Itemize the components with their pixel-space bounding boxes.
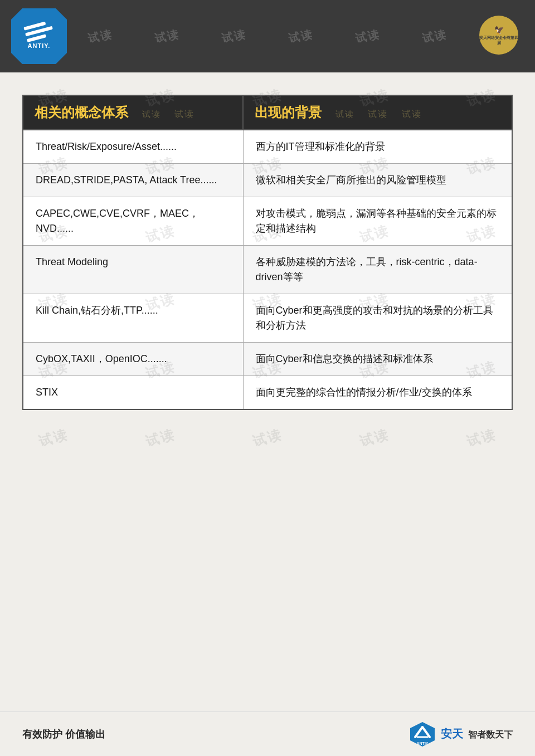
cell-left-1: DREAD,STRIDE,PASTA, Attack Tree...... [23,164,243,197]
table-row: CAPEC,CWE,CVE,CVRF，MAEC，NVD......对攻击模式，脆… [23,197,512,246]
cell-left-6: STIX [23,376,243,410]
cell-left-2: CAPEC,CWE,CVE,CVRF，MAEC，NVD...... [23,197,243,246]
col1-header: 相关的概念体系 试读 试读 [23,95,243,130]
cell-left-4: Kill Chain,钻石分析,TTP...... [23,294,243,343]
logo-stripes [23,20,55,42]
header-wm-3: 试读 [221,27,247,46]
top-right-circle: 🦅 安天网络安全令牌第四届 [479,16,518,55]
cell-left-3: Threat Modeling [23,246,243,294]
cell-right-6: 面向更完整的综合性的情报分析/作业/交换的体系 [243,376,512,410]
top-right-inner: 🦅 安天网络安全令牌第四届 [479,25,518,45]
top-right-logo: 🦅 安天网络安全令牌第四届 [471,8,527,64]
footer: 有效防护 价值输出 ANTIY 安天 智者数天下 [0,711,535,756]
cell-right-2: 对攻击模式，脆弱点，漏洞等各种基础的安全元素的标定和描述结构 [243,197,512,246]
cell-left-5: CybOX,TAXII，OpenIOC....... [23,343,243,376]
header-watermarks: 试读 试读 试读 试读 试读 试读 试读 [67,0,535,72]
header: ANTIY. 试读 试读 试读 试读 试读 试读 试读 🦅 安天网络安全令牌第四… [0,0,535,72]
header-wm-5: 试读 [354,27,381,46]
footer-brand: 安天 智者数天下 [441,729,513,740]
cell-right-0: 西方的IT管理和标准化的背景 [243,130,512,164]
main-content: 相关的概念体系 试读 试读 出现的背景 试读 试读 试读 Threat/Risk… [0,72,535,711]
table-row: Kill Chain,钻石分析,TTP......面向Cyber和更高强度的攻击… [23,294,512,343]
cell-left-0: Threat/Risk/Exposure/Asset...... [23,130,243,164]
header-wm-2: 试读 [154,27,181,46]
table-row: STIX面向更完整的综合性的情报分析/作业/交换的体系 [23,376,512,410]
cell-right-5: 面向Cyber和信息交换的描述和标准体系 [243,343,512,376]
svg-text:ANTIY: ANTIY [416,742,428,745]
footer-brand-text: 安天 智者数天下 [441,726,513,742]
logo-text: ANTIY. [28,42,51,49]
table-row: DREAD,STRIDE,PASTA, Attack Tree......微软和… [23,164,512,197]
footer-logo-icon: ANTIY [408,720,436,748]
table-header-row: 相关的概念体系 试读 试读 出现的背景 试读 试读 试读 [23,95,512,130]
concept-table: 相关的概念体系 试读 试读 出现的背景 试读 试读 试读 Threat/Risk… [22,95,513,410]
cell-right-4: 面向Cyber和更高强度的攻击和对抗的场景的分析工具和分析方法 [243,294,512,343]
table-body: Threat/Risk/Exposure/Asset......西方的IT管理和… [23,130,512,409]
header-wm-6: 试读 [421,27,448,46]
header-wm-4: 试读 [288,27,314,46]
table-row: CybOX,TAXII，OpenIOC.......面向Cyber和信息交换的描… [23,343,512,376]
header-wm-1: 试读 [87,27,114,46]
cell-right-3: 各种威胁建模的方法论，工具，risk-centric，data-driven等等 [243,246,512,294]
table-row: Threat Modeling各种威胁建模的方法论，工具，risk-centri… [23,246,512,294]
footer-slogan: 有效防护 价值输出 [22,728,105,741]
logo: ANTIY. [11,8,67,64]
table-row: Threat/Risk/Exposure/Asset......西方的IT管理和… [23,130,512,164]
col2-header: 出现的背景 试读 试读 试读 [243,95,512,130]
cell-right-1: 微软和相关安全厂商所推出的风险管理模型 [243,164,512,197]
footer-right: ANTIY 安天 智者数天下 [408,720,513,748]
